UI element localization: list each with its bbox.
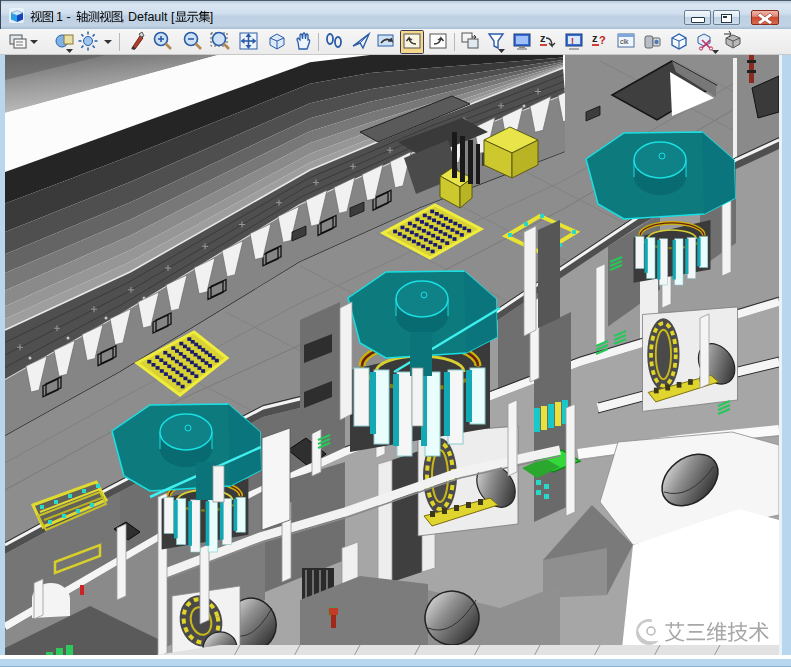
svg-text:, Default [: , Default [	[121, 10, 175, 24]
svg-text:!: !	[571, 36, 574, 46]
svg-text:?: ?	[599, 34, 606, 46]
svg-text:1 -: 1 -	[56, 10, 71, 24]
svg-text:z: z	[540, 32, 546, 44]
svg-text:clk: clk	[620, 38, 629, 45]
svg-text:]: ]	[210, 10, 213, 24]
svg-text:z: z	[592, 32, 598, 44]
